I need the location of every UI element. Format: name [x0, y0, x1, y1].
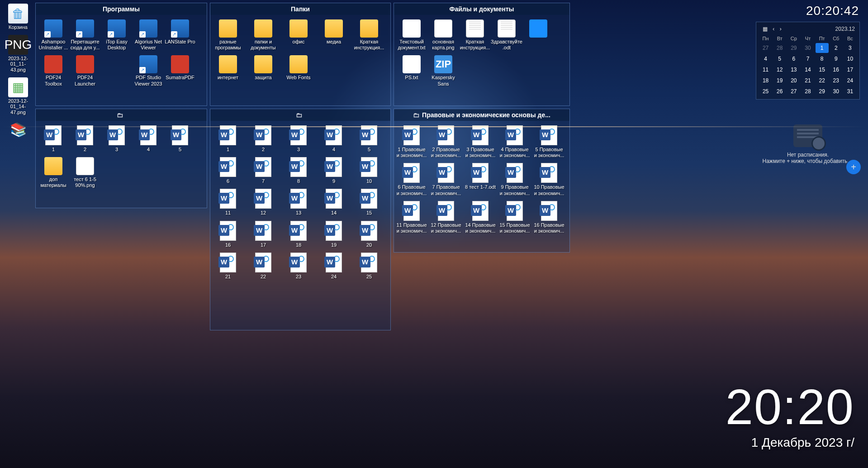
doc-item[interactable]: 16 Правовые и экономич...: [533, 201, 565, 234]
calendar-day[interactable]: 8: [816, 54, 829, 64]
doc-item[interactable]: 19: [318, 221, 350, 248]
calendar-day[interactable]: 15: [816, 65, 829, 75]
calendar-day-other[interactable]: 28: [773, 43, 786, 53]
fence-programs[interactable]: Программы Ashampoo UnInstaller ...Перета…: [35, 3, 207, 106]
file-item[interactable]: Здравствуйте.odt: [491, 19, 522, 51]
folder-item[interactable]: папки и документы: [247, 19, 279, 51]
folder-item[interactable]: Web Fonts: [283, 55, 314, 81]
calendar-day[interactable]: 22: [816, 76, 829, 86]
doc-item[interactable]: 1 Правовые и экономич...: [396, 125, 427, 158]
doc-item[interactable]: 2: [247, 125, 279, 153]
doc-item[interactable]: 3: [101, 125, 133, 153]
program-item[interactable]: Ashampoo UnInstaller ...: [38, 19, 69, 51]
fence-header[interactable]: 🗀: [36, 109, 207, 121]
fence-header[interactable]: Файлы и документы: [394, 3, 569, 15]
file-item[interactable]: ≡PS.txt: [396, 55, 427, 87]
desktop-icon-recycle[interactable]: 🗑 Корзина: [4, 4, 33, 30]
doc-item[interactable]: 4 Правовые и экономич...: [499, 125, 531, 158]
folder-item[interactable]: разные программы: [212, 19, 244, 51]
doc-item[interactable]: 24: [318, 253, 350, 280]
doc-item[interactable]: 15: [353, 189, 385, 216]
doc-item[interactable]: 10: [353, 157, 385, 184]
doc-item[interactable]: 3: [283, 125, 314, 153]
doc-item[interactable]: 23: [283, 253, 314, 280]
folder-item[interactable]: Краткая инструкция...: [353, 19, 385, 51]
calendar-day[interactable]: 5: [773, 54, 786, 64]
calendar-day[interactable]: 18: [759, 76, 772, 86]
doc-item[interactable]: 20: [353, 221, 385, 248]
program-item[interactable]: PDF24 Launcher: [69, 55, 101, 86]
doc-item[interactable]: 13: [283, 189, 314, 216]
program-item[interactable]: iTop Easy Desktop: [101, 19, 133, 51]
doc-item[interactable]: 10 Правовые и экономич...: [533, 163, 565, 196]
doc-item[interactable]: 15 Правовые и экономич...: [499, 201, 531, 234]
fence-group-b[interactable]: 🗀 12345678910111213141516171819202122232…: [210, 109, 391, 330]
doc-item[interactable]: 14 Правовые и экономич...: [465, 201, 496, 234]
calendar-day[interactable]: 30: [830, 86, 843, 96]
doc-item[interactable]: 12: [247, 189, 279, 216]
widget-calendar[interactable]: ▦ ‹ › 2023.12 ПнВтСрЧтПтСбВс272829301234…: [756, 22, 860, 100]
doc-item[interactable]: 1: [38, 125, 69, 153]
doc-item[interactable]: 11: [212, 189, 244, 216]
doc-item[interactable]: 22: [247, 253, 279, 280]
desktop-icon-png1[interactable]: PNG 2023-12-01_11-43.png: [4, 35, 33, 73]
doc-item[interactable]: 7 Правовые и экономич...: [430, 163, 462, 196]
calendar-day[interactable]: 17: [844, 65, 857, 75]
calendar-day[interactable]: 28: [801, 86, 814, 96]
program-item[interactable]: Перетащите сюда для у...: [69, 19, 101, 51]
doc-item[interactable]: 3 Правовые и экономич...: [465, 125, 496, 158]
file-item[interactable]: Краткая инструкция...: [459, 19, 491, 51]
doc-item[interactable]: 8 тест 1-7.odt: [465, 163, 496, 196]
calendar-prev[interactable]: ‹: [771, 26, 776, 32]
program-item[interactable]: PDF24 Toolbox: [38, 55, 69, 86]
doc-item[interactable]: 4: [318, 125, 350, 153]
fence-header[interactable]: Папки: [210, 3, 390, 15]
calendar-day[interactable]: 19: [773, 76, 786, 86]
doc-item[interactable]: 5: [353, 125, 385, 153]
calendar-day[interactable]: 16: [830, 65, 843, 75]
calendar-next[interactable]: ›: [778, 26, 783, 32]
calendar-day[interactable]: 12: [773, 65, 786, 75]
program-item[interactable]: Algorius Net Viewer: [133, 19, 164, 51]
doc-item[interactable]: 6: [212, 157, 244, 184]
doc-item[interactable]: 16: [212, 221, 244, 248]
file-item[interactable]: ZIPKaspersky Sans Regula...: [427, 55, 459, 87]
program-item[interactable]: PDF Studio Viewer 2023: [133, 55, 164, 86]
calendar-day-other[interactable]: 30: [801, 43, 814, 53]
calendar-day[interactable]: 13: [787, 65, 800, 75]
fence-folders[interactable]: Папки разные программыпапки и документыо…: [210, 3, 391, 106]
calendar-day[interactable]: 31: [844, 86, 857, 96]
fence-header[interactable]: 🗀: [210, 109, 390, 121]
doc-item[interactable]: 4: [133, 125, 164, 153]
calendar-grid-icon[interactable]: ▦: [761, 26, 769, 32]
calendar-day[interactable]: 10: [844, 54, 857, 64]
file-item[interactable]: ≡Текстовый документ.txt: [396, 19, 427, 51]
calendar-day[interactable]: 2: [830, 43, 843, 53]
calendar-day[interactable]: 14: [801, 65, 814, 75]
fence-group-a[interactable]: 🗀 12345доп материалытест 6 1-5 90%.png: [35, 109, 207, 208]
fence-header[interactable]: 🗀Правовые и экономические основы де...: [394, 109, 569, 121]
calendar-day[interactable]: 7: [801, 54, 814, 64]
file-item[interactable]: [522, 19, 554, 51]
doc-item[interactable]: 5: [164, 125, 196, 153]
doc-item[interactable]: 6 Правовые и экономич...: [396, 163, 427, 196]
calendar-day[interactable]: 26: [773, 86, 786, 96]
desktop-icon-books[interactable]: 📚: [4, 119, 33, 139]
calendar-day[interactable]: 9: [830, 54, 843, 64]
doc-item[interactable]: 17: [247, 221, 279, 248]
schedule-add-button[interactable]: +: [846, 160, 861, 174]
folder-item[interactable]: защита: [247, 55, 279, 81]
fence-legal[interactable]: 🗀Правовые и экономические основы де... 1…: [394, 109, 570, 253]
extra-item[interactable]: доп материалы: [38, 157, 69, 188]
calendar-day[interactable]: 6: [787, 54, 800, 64]
program-item[interactable]: LANState Pro: [164, 19, 196, 51]
doc-item[interactable]: 2: [69, 125, 101, 153]
calendar-day[interactable]: 4: [759, 54, 772, 64]
doc-item[interactable]: 14: [318, 189, 350, 216]
doc-item[interactable]: 18: [283, 221, 314, 248]
fence-header[interactable]: Программы: [36, 3, 207, 15]
doc-item[interactable]: 8: [283, 157, 314, 184]
doc-item[interactable]: 5 Правовые и экономич...: [533, 125, 565, 158]
doc-item[interactable]: 25: [353, 253, 385, 280]
program-item[interactable]: SumatraPDF: [164, 55, 196, 86]
